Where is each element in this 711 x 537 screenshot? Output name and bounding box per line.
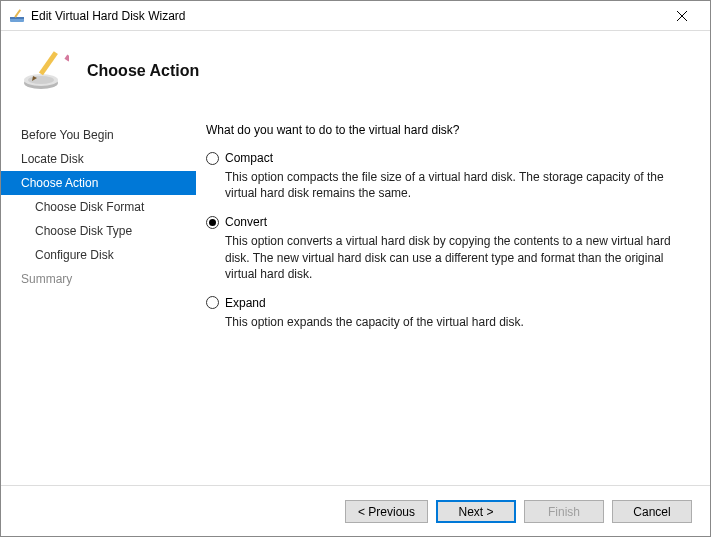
disk-pencil-icon — [21, 47, 69, 95]
option-convert-label: Convert — [225, 215, 267, 229]
radio-convert[interactable] — [206, 216, 219, 229]
sidebar-item-label: Before You Begin — [21, 128, 114, 142]
wizard-footer: < Previous Next > Finish Cancel — [1, 485, 710, 537]
finish-button: Finish — [524, 500, 604, 523]
sidebar-item-label: Locate Disk — [21, 152, 84, 166]
option-expand: Expand This option expands the capacity … — [206, 296, 692, 330]
content-area: Before You Begin Locate Disk Choose Acti… — [1, 117, 710, 485]
cancel-button[interactable]: Cancel — [612, 500, 692, 523]
option-convert-description: This option converts a virtual hard disk… — [225, 233, 692, 282]
close-button[interactable] — [662, 2, 702, 30]
wizard-steps-sidebar: Before You Begin Locate Disk Choose Acti… — [1, 117, 196, 485]
titlebar: Edit Virtual Hard Disk Wizard — [1, 1, 710, 31]
option-compact-row[interactable]: Compact — [206, 151, 692, 165]
option-convert-row[interactable]: Convert — [206, 215, 692, 229]
main-panel: What do you want to do to the virtual ha… — [196, 117, 710, 485]
wizard-app-icon — [9, 8, 25, 24]
sidebar-item-summary: Summary — [1, 267, 196, 291]
next-button[interactable]: Next > — [436, 500, 516, 523]
svg-point-7 — [28, 76, 54, 84]
previous-button[interactable]: < Previous — [345, 500, 428, 523]
option-expand-row[interactable]: Expand — [206, 296, 692, 310]
sidebar-item-locate-disk[interactable]: Locate Disk — [1, 147, 196, 171]
sidebar-item-before-you-begin[interactable]: Before You Begin — [1, 123, 196, 147]
option-expand-description: This option expands the capacity of the … — [225, 314, 692, 330]
svg-rect-10 — [64, 55, 69, 62]
option-compact: Compact This option compacts the file si… — [206, 151, 692, 201]
sidebar-item-choose-disk-format[interactable]: Choose Disk Format — [1, 195, 196, 219]
option-expand-label: Expand — [225, 296, 266, 310]
sidebar-item-label: Summary — [21, 272, 72, 286]
sidebar-item-label: Choose Disk Format — [35, 200, 144, 214]
svg-rect-1 — [10, 17, 24, 19]
page-header: Choose Action — [1, 31, 710, 117]
page-title: Choose Action — [87, 62, 199, 80]
radio-expand[interactable] — [206, 296, 219, 309]
close-icon — [677, 11, 687, 21]
sidebar-item-label: Choose Action — [21, 176, 98, 190]
sidebar-item-choose-action[interactable]: Choose Action — [1, 171, 196, 195]
svg-rect-8 — [39, 51, 58, 75]
radio-compact[interactable] — [206, 152, 219, 165]
sidebar-item-configure-disk[interactable]: Configure Disk — [1, 243, 196, 267]
option-compact-label: Compact — [225, 151, 273, 165]
window-title: Edit Virtual Hard Disk Wizard — [31, 9, 662, 23]
sidebar-item-label: Configure Disk — [35, 248, 114, 262]
svg-rect-2 — [14, 9, 21, 18]
question-text: What do you want to do to the virtual ha… — [206, 123, 692, 137]
sidebar-item-choose-disk-type[interactable]: Choose Disk Type — [1, 219, 196, 243]
sidebar-item-label: Choose Disk Type — [35, 224, 132, 238]
option-compact-description: This option compacts the file size of a … — [225, 169, 692, 201]
option-convert: Convert This option converts a virtual h… — [206, 215, 692, 282]
